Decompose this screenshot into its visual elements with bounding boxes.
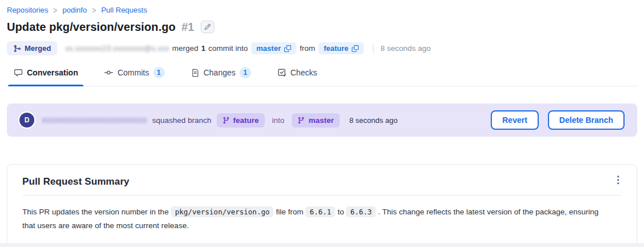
breadcrumb-podinfo[interactable]: podinfo bbox=[62, 6, 87, 14]
banner-source-branch-name: feature bbox=[233, 116, 259, 125]
git-merge-icon bbox=[13, 45, 21, 53]
commit-icon bbox=[104, 68, 113, 77]
target-branch-pill[interactable]: master bbox=[251, 42, 296, 54]
tab-commits[interactable]: Commits 1 bbox=[98, 66, 170, 86]
divider bbox=[373, 44, 373, 53]
banner-source-branch-pill[interactable]: feature bbox=[217, 113, 265, 128]
revert-button[interactable]: Revert bbox=[491, 110, 539, 130]
merged-by-author-blurred: xx.xxxxxxx23.xxxxxxxx@x.xxx bbox=[65, 44, 169, 53]
summary-card: Pull Request Summary ⋮ This PR updates t… bbox=[7, 164, 637, 247]
copy-icon[interactable] bbox=[352, 45, 359, 52]
edit-title-button[interactable] bbox=[201, 21, 214, 33]
file-icon bbox=[191, 69, 200, 77]
title-row: Update pkg/version/version.go #1 bbox=[7, 20, 637, 34]
target-branch-name: master bbox=[256, 44, 281, 53]
banner-target-branch-pill[interactable]: master bbox=[292, 113, 339, 128]
merge-time: 8 seconds ago bbox=[380, 44, 431, 53]
breadcrumb-repositories[interactable]: Repositories bbox=[7, 6, 48, 14]
tab-changes[interactable]: Changes 1 bbox=[185, 66, 257, 86]
summary-title: Pull Request Summary bbox=[22, 176, 129, 188]
merge-event-banner: D xxxxxxxxxxxxxxxxxxxxxxx squashed branc… bbox=[7, 103, 637, 137]
source-branch-pill[interactable]: feature bbox=[319, 42, 364, 54]
bottom-strip bbox=[0, 243, 644, 247]
banner-target-branch-name: master bbox=[308, 116, 333, 125]
avatar[interactable]: D bbox=[19, 113, 34, 128]
tab-conversation[interactable]: Conversation bbox=[8, 66, 84, 86]
summary-segment: to bbox=[337, 208, 344, 216]
banner-time: 8 seconds ago bbox=[349, 116, 398, 125]
banner-into-label: into bbox=[272, 116, 285, 125]
git-branch-icon bbox=[222, 117, 230, 124]
tab-label: Commits bbox=[117, 68, 149, 77]
summary-card-header: Pull Request Summary ⋮ bbox=[22, 176, 622, 188]
tab-label: Conversation bbox=[27, 68, 78, 77]
page-title: Update pkg/version/version.go bbox=[7, 20, 176, 34]
changes-count-badge: 1 bbox=[240, 67, 251, 78]
merged-badge-label: Merged bbox=[25, 44, 51, 53]
banner-author-blurred: xxxxxxxxxxxxxxxxxxxxxxx bbox=[42, 115, 147, 125]
merge-status-row: Merged xx.xxxxxxx23.xxxxxxxx@x.xxx merge… bbox=[7, 41, 637, 55]
commit-count: 1 bbox=[201, 44, 206, 53]
summary-text: This PR updates the version number in th… bbox=[22, 205, 611, 233]
summary-segment: This PR updates the version number in th… bbox=[22, 208, 169, 216]
code-old-version: 6.6.1 bbox=[305, 206, 335, 217]
kebab-menu-icon[interactable]: ⋮ bbox=[610, 175, 626, 185]
pr-number: #1 bbox=[181, 21, 194, 34]
status-text: merged bbox=[172, 44, 198, 53]
code-new-version: 6.6.3 bbox=[346, 206, 376, 217]
merged-status-badge: Merged bbox=[7, 41, 57, 55]
divider bbox=[22, 195, 622, 196]
pencil-icon bbox=[204, 23, 211, 30]
code-file-path: pkg/version/version.go bbox=[171, 206, 274, 217]
status-text: from bbox=[300, 44, 315, 53]
banner-actions: Revert Delete Branch bbox=[491, 110, 625, 130]
tab-checks[interactable]: Checks bbox=[272, 66, 323, 86]
commits-count-badge: 1 bbox=[153, 67, 165, 78]
status-text: commit into bbox=[208, 44, 248, 53]
breadcrumb-pull-requests[interactable]: Pull Requests bbox=[101, 6, 147, 14]
tab-label: Changes bbox=[204, 68, 236, 77]
checks-icon bbox=[277, 68, 287, 77]
delete-branch-button[interactable]: Delete Branch bbox=[548, 110, 625, 130]
comment-icon bbox=[14, 68, 23, 77]
breadcrumb-separator: > bbox=[92, 5, 96, 15]
banner-action-text: squashed branch bbox=[152, 116, 212, 125]
pull-request-page: Repositories > podinfo > Pull Requests U… bbox=[0, 0, 644, 247]
copy-icon[interactable] bbox=[284, 45, 291, 52]
breadcrumb-separator: > bbox=[53, 5, 57, 15]
git-branch-icon bbox=[297, 117, 305, 124]
tab-label: Checks bbox=[291, 68, 317, 77]
breadcrumb: Repositories > podinfo > Pull Requests bbox=[7, 6, 637, 14]
source-branch-name: feature bbox=[324, 44, 348, 53]
summary-segment: file from bbox=[276, 208, 303, 216]
tab-bar: Conversation Commits 1 Changes 1 Checks bbox=[7, 66, 637, 86]
